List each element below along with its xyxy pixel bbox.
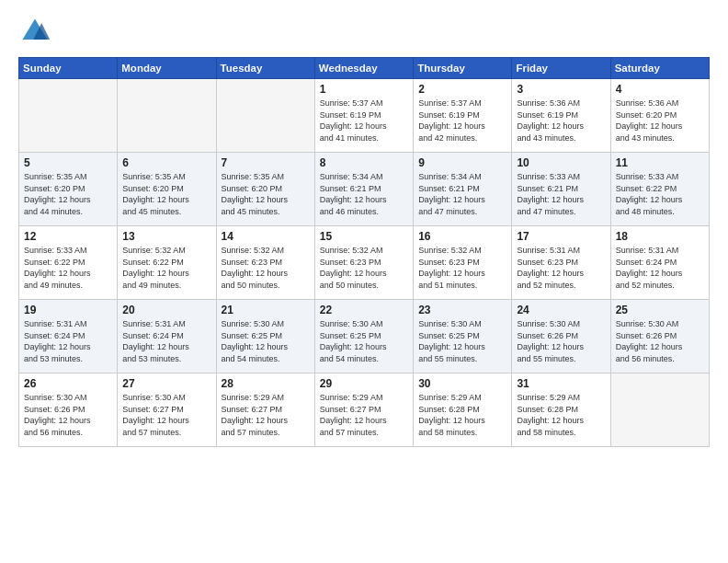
calendar-cell: 19Sunrise: 5:31 AM Sunset: 6:24 PM Dayli… bbox=[19, 300, 118, 373]
calendar-cell: 13Sunrise: 5:32 AM Sunset: 6:22 PM Dayli… bbox=[118, 226, 216, 300]
day-header-saturday: Saturday bbox=[610, 58, 709, 79]
day-info: Sunrise: 5:35 AM Sunset: 6:20 PM Dayligh… bbox=[122, 171, 210, 217]
day-number: 20 bbox=[122, 304, 210, 316]
calendar-cell: 21Sunrise: 5:30 AM Sunset: 6:25 PM Dayli… bbox=[216, 300, 314, 373]
calendar-cell: 8Sunrise: 5:34 AM Sunset: 6:21 PM Daylig… bbox=[314, 153, 413, 226]
day-number: 27 bbox=[122, 377, 210, 390]
day-info: Sunrise: 5:30 AM Sunset: 6:25 PM Dayligh… bbox=[222, 318, 310, 364]
day-number: 18 bbox=[616, 230, 704, 243]
week-row-2: 5Sunrise: 5:35 AM Sunset: 6:20 PM Daylig… bbox=[19, 153, 710, 226]
day-number: 12 bbox=[24, 230, 112, 243]
day-info: Sunrise: 5:30 AM Sunset: 6:26 PM Dayligh… bbox=[517, 318, 605, 364]
day-info: Sunrise: 5:34 AM Sunset: 6:21 PM Dayligh… bbox=[418, 171, 506, 217]
day-info: Sunrise: 5:34 AM Sunset: 6:21 PM Dayligh… bbox=[320, 171, 408, 217]
day-info: Sunrise: 5:36 AM Sunset: 6:20 PM Dayligh… bbox=[616, 98, 704, 144]
day-info: Sunrise: 5:32 AM Sunset: 6:23 PM Dayligh… bbox=[418, 245, 506, 291]
day-number: 19 bbox=[24, 304, 112, 316]
header-row: SundayMondayTuesdayWednesdayThursdayFrid… bbox=[19, 58, 710, 79]
calendar-cell: 12Sunrise: 5:33 AM Sunset: 6:22 PM Dayli… bbox=[19, 226, 118, 300]
day-info: Sunrise: 5:30 AM Sunset: 6:27 PM Dayligh… bbox=[122, 392, 210, 438]
calendar-cell bbox=[118, 79, 216, 153]
week-row-5: 26Sunrise: 5:30 AM Sunset: 6:26 PM Dayli… bbox=[19, 373, 710, 447]
day-info: Sunrise: 5:33 AM Sunset: 6:22 PM Dayligh… bbox=[616, 171, 704, 217]
week-row-3: 12Sunrise: 5:33 AM Sunset: 6:22 PM Dayli… bbox=[19, 226, 710, 300]
day-info: Sunrise: 5:31 AM Sunset: 6:24 PM Dayligh… bbox=[122, 318, 210, 364]
day-number: 15 bbox=[320, 230, 408, 243]
day-info: Sunrise: 5:30 AM Sunset: 6:25 PM Dayligh… bbox=[320, 318, 408, 364]
day-info: Sunrise: 5:33 AM Sunset: 6:21 PM Dayligh… bbox=[517, 171, 605, 217]
day-info: Sunrise: 5:31 AM Sunset: 6:24 PM Dayligh… bbox=[24, 318, 112, 364]
day-number: 13 bbox=[122, 230, 210, 243]
day-info: Sunrise: 5:29 AM Sunset: 6:28 PM Dayligh… bbox=[418, 392, 506, 438]
day-number: 31 bbox=[517, 377, 605, 390]
day-header-wednesday: Wednesday bbox=[314, 58, 413, 79]
day-number: 6 bbox=[122, 156, 210, 169]
calendar-cell: 11Sunrise: 5:33 AM Sunset: 6:22 PM Dayli… bbox=[610, 153, 709, 226]
calendar-cell: 22Sunrise: 5:30 AM Sunset: 6:25 PM Dayli… bbox=[314, 300, 413, 373]
calendar-cell: 4Sunrise: 5:36 AM Sunset: 6:20 PM Daylig… bbox=[610, 79, 709, 153]
calendar-cell: 23Sunrise: 5:30 AM Sunset: 6:25 PM Dayli… bbox=[414, 300, 512, 373]
day-info: Sunrise: 5:37 AM Sunset: 6:19 PM Dayligh… bbox=[320, 98, 408, 144]
day-number: 29 bbox=[320, 377, 408, 390]
calendar-cell: 1Sunrise: 5:37 AM Sunset: 6:19 PM Daylig… bbox=[314, 79, 413, 153]
day-number: 24 bbox=[517, 304, 605, 316]
day-header-tuesday: Tuesday bbox=[216, 58, 314, 79]
calendar-cell: 5Sunrise: 5:35 AM Sunset: 6:20 PM Daylig… bbox=[19, 153, 118, 226]
calendar-cell: 20Sunrise: 5:31 AM Sunset: 6:24 PM Dayli… bbox=[118, 300, 216, 373]
day-number: 30 bbox=[418, 377, 506, 390]
day-info: Sunrise: 5:37 AM Sunset: 6:19 PM Dayligh… bbox=[418, 98, 506, 144]
calendar-cell bbox=[216, 79, 314, 153]
week-row-4: 19Sunrise: 5:31 AM Sunset: 6:24 PM Dayli… bbox=[19, 300, 710, 373]
day-number: 2 bbox=[418, 83, 506, 96]
day-info: Sunrise: 5:36 AM Sunset: 6:19 PM Dayligh… bbox=[517, 98, 605, 144]
day-number: 1 bbox=[320, 83, 408, 96]
calendar-cell: 2Sunrise: 5:37 AM Sunset: 6:19 PM Daylig… bbox=[414, 79, 512, 153]
calendar-cell: 7Sunrise: 5:35 AM Sunset: 6:20 PM Daylig… bbox=[216, 153, 314, 226]
header bbox=[18, 15, 710, 48]
day-info: Sunrise: 5:31 AM Sunset: 6:23 PM Dayligh… bbox=[517, 245, 605, 291]
day-number: 21 bbox=[222, 304, 310, 316]
calendar-cell: 29Sunrise: 5:29 AM Sunset: 6:27 PM Dayli… bbox=[314, 373, 413, 447]
day-header-sunday: Sunday bbox=[19, 58, 118, 79]
day-info: Sunrise: 5:29 AM Sunset: 6:27 PM Dayligh… bbox=[222, 392, 310, 438]
day-number: 23 bbox=[418, 304, 506, 316]
day-number: 26 bbox=[24, 377, 112, 390]
calendar-cell: 26Sunrise: 5:30 AM Sunset: 6:26 PM Dayli… bbox=[19, 373, 118, 447]
day-number: 9 bbox=[418, 156, 506, 169]
day-header-monday: Monday bbox=[118, 58, 216, 79]
calendar-cell: 9Sunrise: 5:34 AM Sunset: 6:21 PM Daylig… bbox=[414, 153, 512, 226]
day-number: 25 bbox=[616, 304, 704, 316]
day-info: Sunrise: 5:30 AM Sunset: 6:25 PM Dayligh… bbox=[418, 318, 506, 364]
calendar-cell: 10Sunrise: 5:33 AM Sunset: 6:21 PM Dayli… bbox=[512, 153, 610, 226]
day-header-thursday: Thursday bbox=[414, 58, 512, 79]
calendar-cell: 27Sunrise: 5:30 AM Sunset: 6:27 PM Dayli… bbox=[118, 373, 216, 447]
calendar-cell: 31Sunrise: 5:29 AM Sunset: 6:28 PM Dayli… bbox=[512, 373, 610, 447]
day-number: 17 bbox=[517, 230, 605, 243]
day-info: Sunrise: 5:32 AM Sunset: 6:23 PM Dayligh… bbox=[222, 245, 310, 291]
day-number: 8 bbox=[320, 156, 408, 169]
day-number: 7 bbox=[222, 156, 310, 169]
calendar-cell: 6Sunrise: 5:35 AM Sunset: 6:20 PM Daylig… bbox=[118, 153, 216, 226]
day-info: Sunrise: 5:35 AM Sunset: 6:20 PM Dayligh… bbox=[24, 171, 112, 217]
logo-icon bbox=[18, 15, 51, 48]
calendar-cell: 15Sunrise: 5:32 AM Sunset: 6:23 PM Dayli… bbox=[314, 226, 413, 300]
day-number: 28 bbox=[222, 377, 310, 390]
day-info: Sunrise: 5:33 AM Sunset: 6:22 PM Dayligh… bbox=[24, 245, 112, 291]
day-info: Sunrise: 5:30 AM Sunset: 6:26 PM Dayligh… bbox=[616, 318, 704, 364]
day-number: 3 bbox=[517, 83, 605, 96]
day-info: Sunrise: 5:35 AM Sunset: 6:20 PM Dayligh… bbox=[222, 171, 310, 217]
calendar-cell bbox=[19, 79, 118, 153]
calendar-cell: 28Sunrise: 5:29 AM Sunset: 6:27 PM Dayli… bbox=[216, 373, 314, 447]
day-info: Sunrise: 5:32 AM Sunset: 6:22 PM Dayligh… bbox=[122, 245, 210, 291]
calendar-cell: 30Sunrise: 5:29 AM Sunset: 6:28 PM Dayli… bbox=[414, 373, 512, 447]
day-info: Sunrise: 5:32 AM Sunset: 6:23 PM Dayligh… bbox=[320, 245, 408, 291]
calendar-cell: 3Sunrise: 5:36 AM Sunset: 6:19 PM Daylig… bbox=[512, 79, 610, 153]
day-number: 22 bbox=[320, 304, 408, 316]
week-row-1: 1Sunrise: 5:37 AM Sunset: 6:19 PM Daylig… bbox=[19, 79, 710, 153]
logo bbox=[18, 15, 55, 48]
page: SundayMondayTuesdayWednesdayThursdayFrid… bbox=[0, 0, 728, 563]
calendar-cell: 17Sunrise: 5:31 AM Sunset: 6:23 PM Dayli… bbox=[512, 226, 610, 300]
calendar-cell: 14Sunrise: 5:32 AM Sunset: 6:23 PM Dayli… bbox=[216, 226, 314, 300]
day-number: 16 bbox=[418, 230, 506, 243]
day-number: 5 bbox=[24, 156, 112, 169]
